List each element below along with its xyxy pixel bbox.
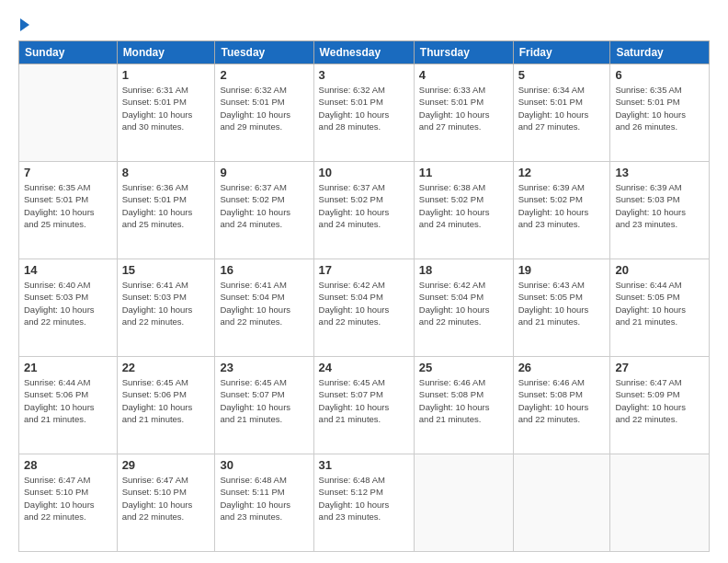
day-number: 5 — [518, 68, 606, 82]
day-number: 21 — [24, 361, 112, 374]
day-info: Sunrise: 6:38 AM Sunset: 5:02 PM Dayligh… — [419, 181, 508, 230]
calendar-cell: 22Sunrise: 6:45 AM Sunset: 5:06 PM Dayli… — [117, 357, 215, 454]
calendar-cell: 25Sunrise: 6:46 AM Sunset: 5:08 PM Dayli… — [414, 357, 513, 454]
day-info: Sunrise: 6:47 AM Sunset: 5:10 PM Dayligh… — [122, 474, 210, 523]
calendar-header-thursday: Thursday — [414, 41, 513, 64]
day-number: 1 — [122, 68, 210, 82]
day-info: Sunrise: 6:35 AM Sunset: 5:01 PM Dayligh… — [24, 181, 112, 230]
day-number: 2 — [220, 68, 308, 82]
day-number: 26 — [518, 361, 606, 374]
calendar-cell: 10Sunrise: 6:37 AM Sunset: 5:02 PM Dayli… — [313, 162, 414, 259]
day-number: 10 — [319, 166, 409, 179]
day-number: 15 — [122, 263, 210, 277]
day-info: Sunrise: 6:39 AM Sunset: 5:02 PM Dayligh… — [518, 181, 606, 230]
calendar-header-row: SundayMondayTuesdayWednesdayThursdayFrid… — [19, 41, 710, 64]
calendar-cell: 15Sunrise: 6:41 AM Sunset: 5:03 PM Dayli… — [117, 259, 215, 357]
calendar-header-saturday: Saturday — [610, 41, 710, 64]
calendar-header-tuesday: Tuesday — [215, 41, 313, 64]
day-info: Sunrise: 6:43 AM Sunset: 5:05 PM Dayligh… — [518, 279, 606, 327]
calendar-cell — [414, 454, 513, 552]
day-number: 28 — [24, 458, 112, 472]
day-info: Sunrise: 6:47 AM Sunset: 5:09 PM Dayligh… — [615, 376, 704, 425]
calendar-cell: 13Sunrise: 6:39 AM Sunset: 5:03 PM Dayli… — [610, 162, 710, 259]
calendar: SundayMondayTuesdayWednesdayThursdayFrid… — [18, 40, 710, 552]
calendar-cell: 1Sunrise: 6:31 AM Sunset: 5:01 PM Daylig… — [117, 64, 215, 162]
calendar-week-3: 14Sunrise: 6:40 AM Sunset: 5:03 PM Dayli… — [19, 259, 710, 357]
day-number: 30 — [220, 458, 308, 472]
day-number: 13 — [615, 166, 704, 179]
calendar-header-monday: Monday — [117, 41, 215, 64]
day-info: Sunrise: 6:42 AM Sunset: 5:04 PM Dayligh… — [319, 279, 409, 327]
calendar-cell: 28Sunrise: 6:47 AM Sunset: 5:10 PM Dayli… — [19, 454, 118, 552]
calendar-cell: 3Sunrise: 6:32 AM Sunset: 5:01 PM Daylig… — [313, 64, 414, 162]
calendar-cell: 6Sunrise: 6:35 AM Sunset: 5:01 PM Daylig… — [610, 64, 710, 162]
day-number: 20 — [615, 263, 704, 277]
day-number: 17 — [319, 263, 409, 277]
calendar-cell: 26Sunrise: 6:46 AM Sunset: 5:08 PM Dayli… — [513, 357, 610, 454]
calendar-week-2: 7Sunrise: 6:35 AM Sunset: 5:01 PM Daylig… — [19, 162, 710, 259]
day-info: Sunrise: 6:34 AM Sunset: 5:01 PM Dayligh… — [518, 84, 606, 132]
header — [18, 17, 710, 31]
day-info: Sunrise: 6:46 AM Sunset: 5:08 PM Dayligh… — [419, 376, 508, 425]
day-info: Sunrise: 6:44 AM Sunset: 5:06 PM Dayligh… — [24, 376, 112, 425]
day-info: Sunrise: 6:45 AM Sunset: 5:07 PM Dayligh… — [319, 376, 409, 425]
day-info: Sunrise: 6:35 AM Sunset: 5:01 PM Dayligh… — [615, 84, 704, 132]
calendar-cell: 30Sunrise: 6:48 AM Sunset: 5:11 PM Dayli… — [215, 454, 313, 552]
calendar-cell: 21Sunrise: 6:44 AM Sunset: 5:06 PM Dayli… — [19, 357, 118, 454]
calendar-cell: 2Sunrise: 6:32 AM Sunset: 5:01 PM Daylig… — [215, 64, 313, 162]
day-info: Sunrise: 6:37 AM Sunset: 5:02 PM Dayligh… — [319, 181, 409, 230]
calendar-header-friday: Friday — [513, 41, 610, 64]
calendar-cell: 19Sunrise: 6:43 AM Sunset: 5:05 PM Dayli… — [513, 259, 610, 357]
day-number: 31 — [319, 458, 409, 472]
day-info: Sunrise: 6:31 AM Sunset: 5:01 PM Dayligh… — [122, 84, 210, 132]
calendar-week-4: 21Sunrise: 6:44 AM Sunset: 5:06 PM Dayli… — [19, 357, 710, 454]
calendar-cell: 27Sunrise: 6:47 AM Sunset: 5:09 PM Dayli… — [610, 357, 710, 454]
day-number: 12 — [518, 166, 606, 179]
day-number: 16 — [220, 263, 308, 277]
day-number: 18 — [419, 263, 508, 277]
day-number: 8 — [122, 166, 210, 179]
day-number: 9 — [220, 166, 308, 179]
page: SundayMondayTuesdayWednesdayThursdayFrid… — [0, 0, 728, 563]
day-number: 25 — [419, 361, 508, 374]
day-info: Sunrise: 6:44 AM Sunset: 5:05 PM Dayligh… — [615, 279, 704, 327]
day-number: 6 — [615, 68, 704, 82]
day-number: 27 — [615, 361, 704, 374]
calendar-cell: 20Sunrise: 6:44 AM Sunset: 5:05 PM Dayli… — [610, 259, 710, 357]
calendar-cell: 4Sunrise: 6:33 AM Sunset: 5:01 PM Daylig… — [414, 64, 513, 162]
calendar-cell — [19, 64, 118, 162]
day-number: 3 — [319, 68, 409, 82]
day-number: 22 — [122, 361, 210, 374]
day-info: Sunrise: 6:48 AM Sunset: 5:11 PM Dayligh… — [220, 474, 308, 523]
calendar-header-sunday: Sunday — [19, 41, 118, 64]
day-info: Sunrise: 6:48 AM Sunset: 5:12 PM Dayligh… — [319, 474, 409, 523]
day-number: 7 — [24, 166, 112, 179]
day-info: Sunrise: 6:42 AM Sunset: 5:04 PM Dayligh… — [419, 279, 508, 327]
day-info: Sunrise: 6:32 AM Sunset: 5:01 PM Dayligh… — [220, 84, 308, 132]
day-info: Sunrise: 6:45 AM Sunset: 5:07 PM Dayligh… — [220, 376, 308, 425]
calendar-cell: 7Sunrise: 6:35 AM Sunset: 5:01 PM Daylig… — [19, 162, 118, 259]
calendar-cell: 11Sunrise: 6:38 AM Sunset: 5:02 PM Dayli… — [414, 162, 513, 259]
logo-text — [18, 17, 29, 31]
day-number: 24 — [319, 361, 409, 374]
day-number: 23 — [220, 361, 308, 374]
day-info: Sunrise: 6:32 AM Sunset: 5:01 PM Dayligh… — [319, 84, 409, 132]
calendar-cell — [610, 454, 710, 552]
calendar-cell: 18Sunrise: 6:42 AM Sunset: 5:04 PM Dayli… — [414, 259, 513, 357]
day-info: Sunrise: 6:46 AM Sunset: 5:08 PM Dayligh… — [518, 376, 606, 425]
calendar-cell: 17Sunrise: 6:42 AM Sunset: 5:04 PM Dayli… — [313, 259, 414, 357]
calendar-cell: 16Sunrise: 6:41 AM Sunset: 5:04 PM Dayli… — [215, 259, 313, 357]
calendar-cell: 29Sunrise: 6:47 AM Sunset: 5:10 PM Dayli… — [117, 454, 215, 552]
calendar-cell — [513, 454, 610, 552]
day-info: Sunrise: 6:40 AM Sunset: 5:03 PM Dayligh… — [24, 279, 112, 327]
day-info: Sunrise: 6:45 AM Sunset: 5:06 PM Dayligh… — [122, 376, 210, 425]
day-info: Sunrise: 6:41 AM Sunset: 5:04 PM Dayligh… — [220, 279, 308, 327]
day-info: Sunrise: 6:37 AM Sunset: 5:02 PM Dayligh… — [220, 181, 308, 230]
calendar-cell: 12Sunrise: 6:39 AM Sunset: 5:02 PM Dayli… — [513, 162, 610, 259]
day-number: 14 — [24, 263, 112, 277]
logo-arrow-icon — [20, 18, 29, 31]
calendar-cell: 31Sunrise: 6:48 AM Sunset: 5:12 PM Dayli… — [313, 454, 414, 552]
calendar-cell: 23Sunrise: 6:45 AM Sunset: 5:07 PM Dayli… — [215, 357, 313, 454]
calendar-cell: 5Sunrise: 6:34 AM Sunset: 5:01 PM Daylig… — [513, 64, 610, 162]
day-info: Sunrise: 6:33 AM Sunset: 5:01 PM Dayligh… — [419, 84, 508, 132]
